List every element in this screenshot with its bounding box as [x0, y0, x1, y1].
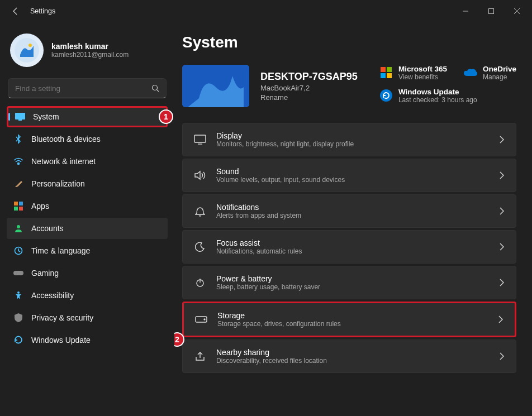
back-button[interactable]: [8, 3, 23, 19]
search-input[interactable]: [15, 84, 151, 93]
svg-point-5: [28, 44, 32, 47]
chevron-right-icon: [499, 171, 505, 179]
page-title: System: [182, 34, 516, 51]
card-sub: Volume levels, output, input, sound devi…: [216, 176, 345, 184]
svg-rect-12: [19, 202, 23, 205]
svg-line-7: [157, 90, 159, 92]
nav-system[interactable]: System: [7, 106, 168, 127]
bell-icon: [194, 205, 206, 217]
display-icon: [194, 133, 206, 146]
quicklink-title: Microsoft 365: [398, 65, 447, 73]
nav-label: Accessibility: [31, 291, 74, 300]
nav-label: Time & language: [31, 246, 90, 255]
card-title: Nearby sharing: [216, 348, 327, 357]
chevron-right-icon: [499, 243, 505, 251]
card-focus[interactable]: Focus assistNotifications, automatic rul…: [182, 230, 516, 264]
search-icon: [151, 84, 159, 92]
maximize-button[interactable]: [478, 3, 504, 20]
card-title: Notifications: [216, 203, 301, 212]
svg-rect-25: [194, 135, 206, 142]
card-title: Power & battery: [216, 274, 320, 283]
nav-label: Gaming: [31, 269, 59, 278]
svg-rect-22: [381, 73, 386, 78]
card-title: Sound: [216, 167, 345, 176]
window-title: Settings: [30, 7, 453, 15]
nav-label: Personalization: [31, 179, 85, 188]
svg-rect-8: [15, 113, 25, 119]
quicklink-ms365[interactable]: Microsoft 365View benefits: [379, 65, 447, 84]
storage-icon: [195, 313, 207, 326]
gamepad-icon: [13, 268, 23, 278]
card-sub: Monitors, brightness, night light, displ…: [216, 140, 354, 148]
person-icon: [13, 223, 23, 233]
nav-time[interactable]: Time & language: [7, 240, 168, 261]
quicklink-winupdate[interactable]: Windows UpdateLast checked: 3 hours ago: [379, 88, 516, 107]
share-icon: [194, 350, 206, 362]
moon-icaicon: [194, 241, 206, 253]
card-sub: Alerts from apps and system: [216, 212, 301, 219]
svg-rect-11: [14, 202, 18, 205]
device-rename-link[interactable]: Rename: [260, 93, 358, 102]
bluetooth-icon: [13, 134, 23, 144]
svg-rect-13: [14, 207, 18, 211]
nav-bluetooth[interactable]: Bluetooth & devices: [7, 128, 168, 150]
card-title: Storage: [217, 311, 341, 320]
wifi-icon: [13, 156, 23, 166]
nav-accessibility[interactable]: Accessibility: [7, 285, 168, 306]
nav-accounts[interactable]: Accounts: [7, 218, 168, 239]
card-power[interactable]: Power & batterySleep, battery usage, bat…: [182, 266, 516, 299]
svg-point-24: [380, 89, 392, 102]
card-nearby[interactable]: Nearby sharingDiscoverability, received …: [182, 340, 516, 373]
nav-label: Bluetooth & devices: [31, 135, 101, 144]
nav-label: Privacy & security: [31, 313, 93, 322]
device-name: DESKTOP-7GSAP95: [260, 71, 358, 83]
quicklink-onedrive[interactable]: OneDriveManage: [464, 65, 516, 84]
close-button[interactable]: [504, 3, 530, 20]
quicklink-sub: View benefits: [398, 73, 447, 81]
svg-point-18: [17, 291, 20, 294]
card-title: Focus assist: [216, 238, 302, 247]
card-notifications[interactable]: NotificationsAlerts from apps and system: [182, 194, 516, 228]
svg-point-30: [204, 319, 205, 320]
nav-gaming[interactable]: Gaming: [7, 262, 168, 284]
search-input-wrapper[interactable]: [8, 78, 167, 98]
nav-apps[interactable]: Apps: [7, 195, 168, 217]
quicklink-title: OneDrive: [483, 65, 516, 73]
nav-label: Network & internet: [31, 157, 96, 166]
svg-rect-14: [19, 207, 23, 211]
shield-icon: [13, 313, 23, 323]
nav-label: Windows Update: [31, 336, 91, 345]
device-model: MacBookAir7,2: [260, 84, 358, 92]
profile-name: kamlesh kumar: [51, 42, 129, 51]
onedrive-icon: [464, 66, 477, 79]
svg-point-15: [17, 225, 20, 228]
card-sub: Sleep, battery usage, battery saver: [216, 283, 320, 291]
nav-winupdate[interactable]: Windows Update: [7, 329, 168, 351]
profile[interactable]: kamlesh kumar kamlesh2011@gmail.com: [7, 28, 168, 76]
chevron-right-icon: [499, 136, 505, 144]
nav-label: System: [33, 112, 59, 121]
chevron-right-icon: [499, 279, 505, 286]
svg-rect-23: [387, 73, 392, 78]
card-sound[interactable]: SoundVolume levels, output, input, sound…: [182, 159, 516, 192]
card-sub: Notifications, automatic rules: [216, 247, 302, 255]
nav-network[interactable]: Network & internet: [7, 151, 168, 172]
update-icon: [13, 335, 23, 345]
svg-rect-17: [13, 271, 23, 275]
quicklink-sub: Manage: [483, 73, 516, 81]
card-storage[interactable]: StorageStorage space, drives, configurat…: [182, 302, 516, 337]
svg-rect-9: [18, 119, 22, 121]
sound-icon: [194, 169, 206, 181]
card-sub: Storage space, drives, configuration rul…: [217, 320, 341, 328]
svg-rect-21: [387, 67, 392, 72]
nav-label: Apps: [31, 202, 49, 211]
update-icon: [379, 89, 393, 102]
minimize-button[interactable]: [453, 3, 478, 20]
avatar: [10, 34, 44, 67]
nav-personalization[interactable]: Personalization: [7, 173, 168, 194]
profile-email: kamlesh2011@gmail.com: [51, 51, 129, 59]
nav-label: Accounts: [31, 224, 64, 233]
card-display[interactable]: DisplayMonitors, brightness, night light…: [182, 123, 516, 156]
nav-privacy[interactable]: Privacy & security: [7, 307, 168, 328]
svg-rect-20: [381, 67, 386, 72]
